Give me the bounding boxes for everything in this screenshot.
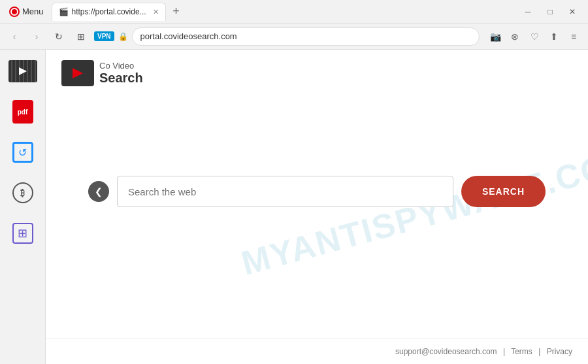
address-bar: ‹ › ↻ ⊞ VPN 🔒 📷 ⊗ ♡ ⬆ ≡ [0, 24, 588, 50]
film-icon [8, 60, 37, 82]
page-content: MYANTISPYWARE.COM Co Video Search ❮ SEAR… [46, 50, 588, 364]
crypto-icon: ₿ [12, 182, 33, 203]
sidebar: pdf ↺ ₿ ⊞ [0, 50, 46, 364]
reload-button[interactable]: ↻ [50, 27, 68, 46]
logo-text-top: Co Video [99, 61, 143, 71]
url-input[interactable] [132, 27, 480, 46]
settings-button[interactable]: ≡ [564, 27, 583, 46]
page-header: Co Video Search [46, 50, 588, 97]
heart-button[interactable]: ♡ [525, 27, 544, 46]
forward-button[interactable]: › [27, 27, 46, 46]
new-tab-button[interactable]: + [169, 4, 184, 20]
opera-logo-icon [9, 7, 20, 17]
tab-bar: 🎬 https://portal.covide... ✕ + [52, 3, 514, 21]
browser-actions: 📷 ⊗ ♡ ⬆ ≡ [486, 27, 583, 46]
shield-button[interactable]: ⊗ [506, 27, 524, 46]
opera-menu-button[interactable]: Menu [5, 4, 48, 20]
support-link[interactable]: support@covideosearch.com [395, 347, 497, 356]
pdf-icon: pdf [12, 100, 33, 124]
main-area: pdf ↺ ₿ ⊞ MYANTISPYWARE.COM Co Video [0, 50, 588, 364]
tab-close-button[interactable]: ✕ [153, 8, 159, 16]
search-input[interactable] [117, 176, 453, 207]
collapse-button[interactable]: ❮ [88, 181, 109, 202]
window-controls: ─ □ ✕ [517, 3, 583, 21]
maximize-button[interactable]: □ [540, 3, 561, 21]
search-row: ❮ SEARCH [88, 176, 546, 207]
sidebar-item-crypto[interactable]: ₿ [8, 178, 38, 208]
close-button[interactable]: ✕ [562, 3, 583, 21]
sidebar-item-sync[interactable]: ↺ [8, 137, 38, 167]
calc-icon: ⊞ [12, 223, 33, 244]
logo-text: Co Video Search [99, 61, 143, 86]
sidebar-item-calculator[interactable]: ⊞ [8, 218, 38, 248]
lock-icon: 🔒 [118, 32, 128, 41]
menu-label: Menu [22, 7, 44, 16]
tab-title: https://portal.covide... [72, 7, 146, 16]
active-tab[interactable]: 🎬 https://portal.covide... ✕ [52, 3, 166, 21]
search-area: ❮ SEARCH [46, 97, 588, 339]
minimize-button[interactable]: ─ [517, 3, 538, 21]
search-button[interactable]: SEARCH [461, 176, 546, 207]
logo-text-bottom: Search [99, 71, 143, 86]
logo-area: Co Video Search [61, 60, 143, 86]
grid-button[interactable]: ⊞ [72, 27, 90, 46]
vpn-badge[interactable]: VPN [94, 31, 114, 41]
share-button[interactable]: ⬆ [545, 27, 563, 46]
privacy-link[interactable]: Privacy [547, 347, 572, 356]
logo-icon [61, 60, 94, 86]
terms-link[interactable]: Terms [511, 347, 532, 356]
sync-icon: ↺ [12, 142, 33, 163]
footer: support@covideosearch.com | Terms | Priv… [46, 339, 588, 364]
back-button[interactable]: ‹ [5, 27, 24, 46]
title-bar: Menu 🎬 https://portal.covide... ✕ + ─ □ … [0, 0, 588, 24]
tab-favicon-icon: 🎬 [59, 7, 68, 16]
footer-separator-2: | [538, 347, 540, 356]
sidebar-item-film[interactable] [8, 56, 38, 86]
screenshot-button[interactable]: 📷 [486, 27, 504, 46]
footer-separator-1: | [503, 347, 505, 356]
sidebar-item-pdf[interactable]: pdf [8, 97, 38, 127]
